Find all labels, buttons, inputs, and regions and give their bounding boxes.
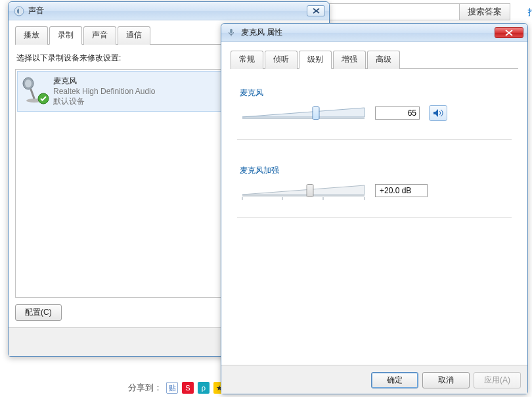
tab-sounds[interactable]: 声音 [83, 26, 116, 45]
search-bar: 搜索答案 [328, 3, 510, 20]
mic-boost-thumb[interactable] [306, 184, 313, 197]
device-status: 默认设备 [53, 96, 155, 107]
mic-level-label: 麦克风 [240, 87, 509, 99]
tab-communications[interactable]: 通信 [118, 26, 150, 45]
speaker-icon [14, 6, 24, 16]
tab-general[interactable]: 常规 [231, 51, 263, 69]
sound-title: 声音 [28, 5, 305, 16]
share-space-icon[interactable]: ρ [198, 382, 210, 394]
mic-level-value[interactable]: 65 [375, 106, 420, 120]
mic-boost-value[interactable]: +20.0 dB [375, 184, 428, 197]
mic-level-thumb[interactable] [313, 106, 320, 120]
prop-cancel-button[interactable]: 取消 [422, 372, 470, 388]
mic-properties-dialog: 麦克风 属性 常规 侦听 级别 增强 高级 麦克风 65 [221, 23, 528, 394]
prop-titlebar[interactable]: 麦克风 属性 [221, 24, 527, 42]
mic-boost-slider[interactable] [241, 181, 366, 200]
configure-button[interactable]: 配置(C) [15, 304, 62, 321]
prop-ok-button[interactable]: 确定 [371, 372, 418, 388]
microphone-icon [20, 76, 48, 103]
share-weibo-icon[interactable]: S [182, 382, 194, 394]
tab-enhancement[interactable]: 增强 [333, 51, 366, 69]
share-label: 分享到： [128, 382, 162, 394]
svg-marker-7 [242, 108, 365, 117]
default-check-icon [37, 93, 49, 105]
prop-tabs: 常规 侦听 级别 增强 高级 [231, 50, 518, 69]
prop-title: 麦克风 属性 [241, 27, 493, 38]
tab-advanced[interactable]: 高级 [367, 51, 400, 69]
tab-listen[interactable]: 侦听 [265, 51, 298, 69]
device-name: 麦克风 [53, 76, 155, 87]
svg-rect-6 [230, 28, 233, 33]
mic-boost-label: 麦克风加强 [240, 165, 509, 176]
svg-marker-9 [242, 185, 365, 195]
tab-playback[interactable]: 播放 [15, 26, 48, 45]
microphone-small-icon [227, 28, 237, 38]
svg-point-4 [25, 80, 32, 87]
search-input[interactable] [328, 3, 460, 20]
tab-recording[interactable]: 录制 [49, 26, 82, 45]
mic-level-slider[interactable] [241, 104, 366, 122]
prop-close-button[interactable] [495, 27, 523, 38]
device-driver: Realtek High Definition Audio [53, 87, 155, 96]
search-button[interactable]: 搜索答案 [460, 3, 510, 20]
close-button[interactable] [307, 5, 325, 16]
sound-titlebar[interactable]: 声音 [9, 2, 329, 20]
mic-mute-button[interactable] [429, 105, 447, 121]
share-baidu-icon[interactable]: 贴 [166, 382, 178, 394]
tab-levels[interactable]: 级别 [299, 51, 332, 69]
help-link[interactable]: 扌 [527, 7, 532, 18]
prop-apply-button[interactable]: 应用(A) [474, 372, 521, 388]
svg-rect-2 [30, 89, 35, 99]
